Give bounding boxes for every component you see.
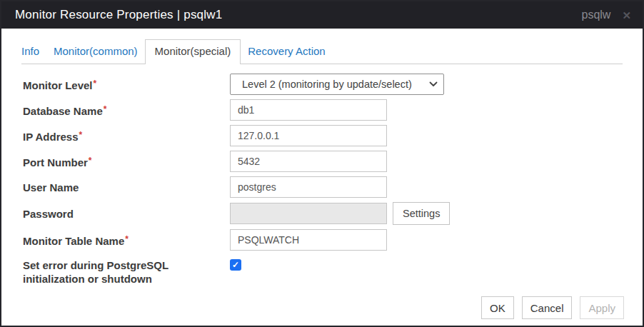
close-icon[interactable]: ✕ <box>622 10 631 21</box>
ip-address-input[interactable] <box>230 125 387 146</box>
required-asterisk: * <box>94 79 97 89</box>
title-bar: Monitor Resource Properties | psqlw1 psq… <box>1 1 643 29</box>
database-name-label: Database Name* <box>23 103 230 118</box>
database-name-input[interactable] <box>230 99 387 121</box>
user-name-input[interactable] <box>230 176 387 198</box>
required-asterisk: * <box>89 156 92 166</box>
init-error-checkbox[interactable]: ✓ <box>230 259 241 271</box>
port-number-input[interactable] <box>230 151 387 172</box>
tab-recovery-action[interactable]: Recovery Action <box>241 40 332 64</box>
monitor-level-label: Monitor Level* <box>23 77 230 92</box>
apply-button[interactable]: Apply <box>580 296 624 319</box>
password-row: Password Settings <box>23 202 643 225</box>
user-name-label: User Name <box>23 181 230 194</box>
monitor-table-name-label: Monitor Table Name* <box>23 233 230 248</box>
init-error-row: Set error during PostgreSQL initializati… <box>23 258 643 286</box>
check-icon: ✓ <box>232 260 239 270</box>
init-error-label: Set error during PostgreSQL initializati… <box>23 258 230 286</box>
monitor-special-form: Monitor Level* Level 2 (monitoring by up… <box>1 64 643 286</box>
required-asterisk: * <box>104 104 107 114</box>
password-settings-button[interactable]: Settings <box>393 202 450 225</box>
window-badge: psqlw <box>582 9 611 21</box>
monitor-level-select-wrap: Level 2 (monitoring by update/select) <box>230 74 444 95</box>
dialog-title: Monitor Resource Properties | psqlw1 <box>15 8 582 22</box>
tab-info[interactable]: Info <box>21 40 46 64</box>
required-asterisk: * <box>125 234 129 244</box>
monitor-table-name-input[interactable] <box>230 229 387 251</box>
user-name-row: User Name <box>23 176 643 198</box>
port-number-label: Port Number* <box>23 154 230 169</box>
ip-address-row: IP Address* <box>23 125 643 146</box>
monitor-resource-properties-dialog: Monitor Resource Properties | psqlw1 psq… <box>0 0 644 327</box>
port-number-row: Port Number* <box>23 151 643 172</box>
monitor-level-row: Monitor Level* Level 2 (monitoring by up… <box>23 74 643 95</box>
ip-address-label: IP Address* <box>23 129 230 144</box>
password-input <box>230 203 387 224</box>
monitor-level-select[interactable]: Level 2 (monitoring by update/select) <box>230 74 444 95</box>
ok-button[interactable]: OK <box>481 296 514 319</box>
tab-monitor-special[interactable]: Monitor(special) <box>145 39 241 64</box>
required-asterisk: * <box>79 130 83 140</box>
cancel-button[interactable]: Cancel <box>522 296 573 319</box>
monitor-table-name-row: Monitor Table Name* <box>23 229 643 251</box>
footer-button-bar: OK Cancel Apply <box>481 296 624 319</box>
tab-bar: Info Monitor(common) Monitor(special) Re… <box>21 39 623 64</box>
database-name-row: Database Name* <box>23 99 643 121</box>
password-label: Password <box>23 207 230 221</box>
tab-monitor-common[interactable]: Monitor(common) <box>46 40 145 64</box>
